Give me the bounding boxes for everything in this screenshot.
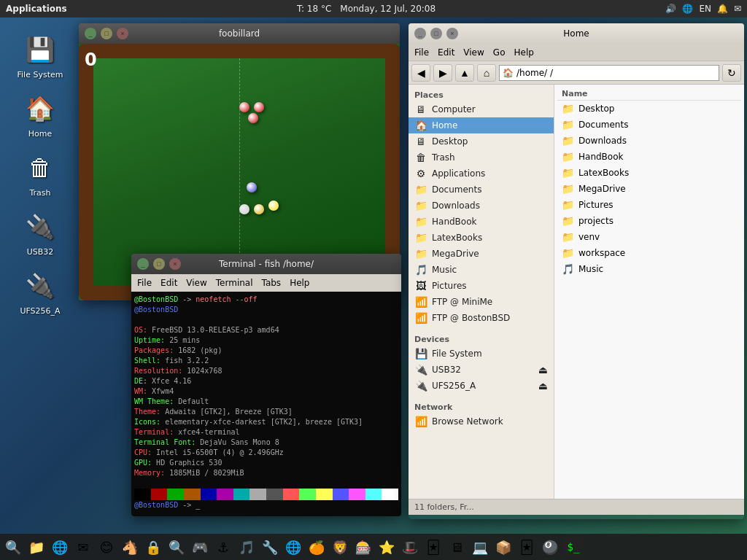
taskbar-terminal2[interactable]: 💻 [470,537,490,557]
fm-menu-view[interactable]: View [463,47,484,58]
notification-icon[interactable]: 🔔 [717,4,728,14]
fm-menu-go[interactable]: Go [493,47,506,58]
terminal-menu-terminal[interactable]: Terminal [216,278,253,288]
taskbar-browser[interactable]: 🌐 [50,537,70,557]
volume-icon[interactable]: 🔊 [665,4,676,14]
fm-close-btn[interactable]: × [446,28,458,39]
sidebar-item-browse-network[interactable]: 📶 Browse Network [409,413,554,429]
file-item-downloads[interactable]: 📁 Downloads [557,133,741,149]
taskbar-ide[interactable]: 🐴 [120,537,140,557]
fm-up-button[interactable]: ▲ [455,64,474,82]
foobillard-maximize-btn[interactable]: □ [101,28,112,39]
fm-address-bar[interactable]: 🏠 /home/ / [499,65,719,81]
taskbar-lion[interactable]: 🦁 [330,537,350,557]
mail-icon[interactable]: ✉ [734,4,741,14]
taskbar-hat[interactable]: 🎩 [400,537,420,557]
taskbar-find[interactable]: 🔍 [166,537,187,557]
file-item-music[interactable]: 🎵 Music [557,261,741,277]
taskbar-search[interactable]: 🔍 [3,537,23,557]
home-icon: 🏠 [23,91,58,126]
fm-maximize-btn[interactable]: □ [430,28,442,39]
sidebar-item-ftp-bostonbsd[interactable]: 📶 FTP @ BostonBSD [409,310,554,326]
desktop-icon-filesystem[interactable]: 💾 File System [7,29,73,82]
term-uptime: Uptime: 25 mins [134,335,398,346]
taskbar-security[interactable]: 🔒 [143,537,163,557]
taskbar-billiard[interactable]: 🎱 [540,537,560,557]
file-item-megadrive[interactable]: 📁 MegaDrive [557,181,741,197]
terminal-menu-file[interactable]: File [137,278,152,288]
lang-display[interactable]: EN [699,4,711,14]
sidebar-item-handbook[interactable]: 📁 HandBook [409,214,554,230]
sidebar-item-ftp-minime[interactable]: 📶 FTP @ MiniMe [409,294,554,310]
taskbar-package[interactable]: 📦 [493,537,514,557]
taskbar-games[interactable]: 🎮 [190,537,210,557]
fm-back-button[interactable]: ◀ [411,64,430,82]
fm-menu-edit[interactable]: Edit [438,47,454,58]
taskbar-slot[interactable]: 🎰 [353,537,374,557]
fm-home-button[interactable]: ⌂ [477,64,496,82]
terminal-menu-help[interactable]: Help [290,278,309,288]
terminal-close-btn[interactable]: × [169,258,181,270]
app-menu[interactable]: Applications [0,4,67,14]
file-item-projects[interactable]: 📁 projects [557,213,741,229]
sidebar-item-documents[interactable]: 📁 Documents [409,182,554,198]
filemanager-titlebar[interactable]: _ □ × Home [409,23,744,44]
file-item-latexbooks[interactable]: 📁 LatexBooks [557,165,741,181]
fm-reload-button[interactable]: ↻ [722,64,741,82]
terminal-titlebar[interactable]: _ □ × Terminal - fish /home/ [131,254,401,274]
taskbar-term3[interactable]: $_ [563,537,584,557]
taskbar-music[interactable]: 🎵 [236,537,257,557]
foobillard-minimize-btn[interactable]: _ [85,28,96,39]
sidebar-item-applications[interactable]: ⚙ Applications [409,166,554,182]
usb32-eject-icon[interactable]: ⏏ [538,364,548,376]
terminal-menu-edit[interactable]: Edit [160,278,177,288]
desktop-icon-ufs256a[interactable]: 🔌 UFS256_A [7,265,73,319]
file-item-desktop[interactable]: 📁 Desktop [557,101,741,117]
taskbar-chat[interactable]: 😊 [96,537,117,557]
sidebar-item-downloads[interactable]: 📁 Downloads [409,198,554,214]
terminal-minimize-btn[interactable]: _ [137,258,149,270]
terminal-menu-tabs[interactable]: Tabs [262,278,282,288]
terminal-maximize-btn[interactable]: □ [153,258,165,270]
foobillard-titlebar[interactable]: _ □ × foobillard [79,23,400,44]
terminal-menu-view[interactable]: View [186,278,206,288]
fm-menu-help[interactable]: Help [514,47,533,58]
foobillard-close-btn[interactable]: × [117,28,128,39]
desktop-folder-icon: 🖥 [414,136,427,147]
sidebar-item-desktop[interactable]: 🖥 Desktop [409,133,554,149]
taskbar-star[interactable]: ⭐ [376,537,397,557]
sidebar-item-latexbooks[interactable]: 📁 LatexBooks [409,230,554,246]
taskbar-network2[interactable]: 🌐 [283,537,303,557]
sidebar-item-filesystem[interactable]: 💾 File System [409,346,554,362]
fm-forward-button[interactable]: ▶ [433,64,452,82]
taskbar-anchor[interactable]: ⚓ [213,537,233,557]
ufs256a-eject-icon[interactable]: ⏏ [538,380,548,392]
taskbar-orange[interactable]: 🍊 [306,537,327,557]
desktop-icon-home[interactable]: 🏠 Home [7,88,73,141]
desktop-icon-usb32[interactable]: 🔌 USB32 [7,206,73,260]
sidebar-item-computer[interactable]: 🖥 Computer [409,101,554,117]
file-item-venv[interactable]: 📁 venv [557,229,741,245]
taskbar-joker[interactable]: 🃏 [516,537,537,557]
sidebar-item-ufs256a[interactable]: 🔌 UFS256_A ⏏ [409,378,554,394]
taskbar-monitor[interactable]: 🖥 [446,537,467,557]
file-item-documents[interactable]: 📁 Documents [557,117,741,133]
fm-menu-file[interactable]: File [414,47,429,58]
taskbar-mail[interactable]: ✉ [73,537,93,557]
file-item-pictures[interactable]: 📁 Pictures [557,197,741,213]
sidebar-item-usb32[interactable]: 🔌 USB32 ⏏ [409,362,554,378]
file-item-handbook[interactable]: 📁 HandBook [557,149,741,165]
desktop-icon-trash[interactable]: 🗑 Trash [7,147,73,201]
sidebar-item-pictures[interactable]: 🖼 Pictures [409,278,554,294]
sidebar-item-trash[interactable]: 🗑 Trash [409,149,554,166]
sidebar-item-megadrive[interactable]: 📁 MegaDrive [409,246,554,262]
taskbar-files[interactable]: 📁 [26,537,47,557]
sidebar-item-home[interactable]: 🏠 Home [409,117,554,133]
taskbar-settings[interactable]: 🔧 [260,537,280,557]
fm-minimize-btn[interactable]: _ [414,28,426,39]
sidebar-item-music[interactable]: 🎵 Music [409,262,554,278]
file-item-workspace[interactable]: 📁 workspace [557,245,741,261]
taskbar-cards[interactable]: 🃏 [423,537,444,557]
network-icon[interactable]: 🌐 [682,4,693,14]
terminal-content[interactable]: @BostonBSD -> neofetch --off @BostonBSD … [131,292,401,516]
